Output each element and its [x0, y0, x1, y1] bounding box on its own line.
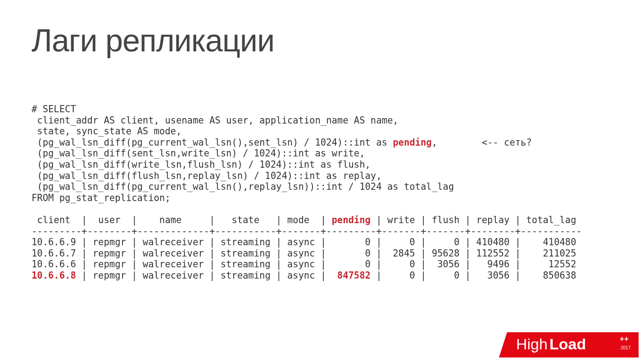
table-row: 10.6.6.7 | repmgr | walreceiver | stream… [32, 248, 576, 259]
highlight-pending-header: pending [331, 215, 370, 225]
code-line: # SELECT [32, 104, 76, 115]
code-line: (pg_wal_lsn_diff(sent_lsn,write_lsn) / 1… [32, 148, 365, 159]
table-header: | write | flush | replay | total_lag [371, 215, 576, 225]
highlight-pending-value: 847582 [337, 270, 371, 281]
code-line: FROM pg_stat_replication; [32, 192, 171, 203]
code-line: client_addr AS client, usename AS user, … [32, 115, 399, 126]
highlight-client: 10.6.6.8 [32, 270, 76, 281]
code-line: state, sync_state AS mode, [32, 126, 181, 137]
table-row: | repmgr | walreceiver | streaming | asy… [76, 270, 337, 281]
logo-year: 2017 [621, 345, 631, 350]
highload-logo: High Load ++ 2017 [499, 329, 639, 357]
code-line: (pg_wal_lsn_diff(pg_current_wal_lsn(),se… [32, 137, 393, 148]
page-title: Лаги репликации [32, 23, 612, 59]
table-row: | 0 | 0 | 3056 | 850638 [371, 270, 576, 281]
code-line: (pg_wal_lsn_diff(flush_lsn,replay_lsn) /… [32, 170, 382, 181]
slide: Лаги репликации # SELECT client_addr AS … [0, 0, 644, 362]
logo-high: High [516, 335, 548, 353]
table-header: client | user | name | state | mode | [32, 215, 331, 225]
logo-plus: ++ [620, 335, 629, 343]
code-line: , <-- сеть? [432, 137, 532, 148]
code-line: (pg_wal_lsn_diff(pg_current_wal_lsn(),re… [32, 181, 454, 192]
code-line: (pg_wal_lsn_diff(write_lsn,flush_lsn) / … [32, 159, 371, 170]
table-row: 10.6.6.6 | repmgr | walreceiver | stream… [32, 259, 576, 270]
sql-block: # SELECT client_addr AS client, usename … [32, 104, 612, 281]
table-separator: ---------+--------+-------------+-------… [32, 226, 582, 237]
table-row: 10.6.6.9 | repmgr | walreceiver | stream… [32, 237, 576, 247]
logo-load: Load [549, 335, 586, 353]
highlight-pending: pending [393, 137, 431, 148]
code-line [32, 203, 37, 214]
